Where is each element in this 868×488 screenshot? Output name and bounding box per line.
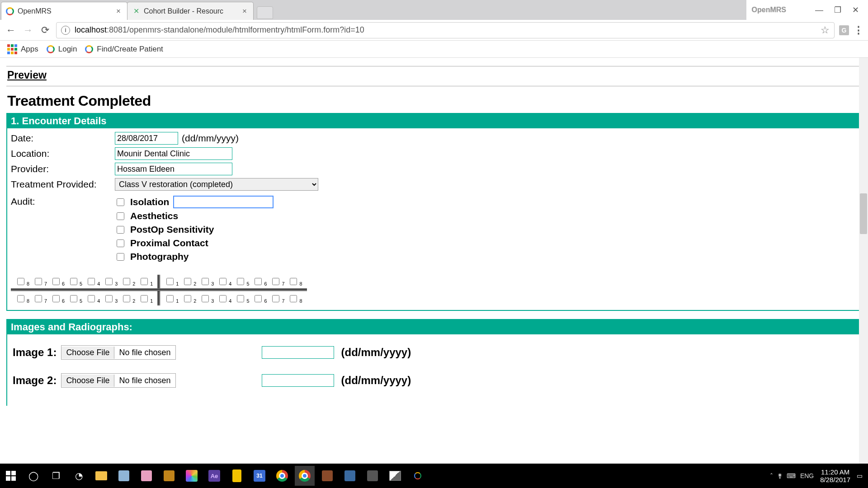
tooth-ll-2[interactable] <box>123 295 130 302</box>
task-view-icon[interactable]: ❐ <box>46 466 66 486</box>
cortana-icon[interactable]: ◯ <box>24 466 43 486</box>
tooth-lr-4[interactable] <box>219 295 226 302</box>
browser-tab-cohort[interactable]: ✕ Cohort Builder - Resourc × <box>127 2 254 20</box>
choose-file-button[interactable]: Choose File <box>61 347 114 359</box>
tooth-ll-3[interactable] <box>105 295 113 302</box>
tooth-ul-8[interactable] <box>17 278 24 285</box>
url-text: localhost:8081/openmrs-standalone/module… <box>75 25 364 35</box>
image-2-file-input[interactable]: Choose File No file chosen <box>61 373 175 388</box>
tooth-ur-4[interactable] <box>219 278 226 285</box>
audit-isolation-checkbox[interactable] <box>117 198 124 206</box>
tooth-lr-5[interactable] <box>237 295 244 302</box>
tooth-lr-8[interactable] <box>290 295 297 302</box>
system-tray[interactable]: ˄ ⚵ ⌨ ENG <box>770 472 814 479</box>
notepad-icon[interactable] <box>114 466 134 486</box>
tooth-ll-4[interactable] <box>88 295 95 302</box>
treatment-select[interactable]: Class V restoration (completed) <box>115 178 318 191</box>
app-icon[interactable] <box>408 466 428 486</box>
tooth-lr-6[interactable] <box>255 295 262 302</box>
paint-icon[interactable] <box>137 466 156 486</box>
tooth-ur-6[interactable] <box>255 278 262 285</box>
chrome-icon[interactable] <box>272 466 292 486</box>
tooth-ll-7[interactable] <box>35 295 42 302</box>
bookmark-find-patient[interactable]: Find/Create Patient <box>85 45 163 54</box>
app-icon[interactable] <box>159 466 179 486</box>
audit-proximal-checkbox[interactable] <box>117 239 124 247</box>
tooth-ur-5[interactable] <box>237 278 244 285</box>
wifi-icon[interactable]: ⚵ <box>778 472 782 479</box>
tooth-ul-4[interactable] <box>88 278 95 285</box>
forward-button[interactable]: → <box>22 24 34 37</box>
tooth-lr-7[interactable] <box>272 295 279 302</box>
browser-tab-openmrs[interactable]: OpenMRS × <box>1 2 127 20</box>
tooth-ur-3[interactable] <box>202 278 209 285</box>
tooth-lr-1[interactable] <box>166 295 174 302</box>
file-explorer-icon[interactable] <box>91 466 111 486</box>
audit-photography-checkbox[interactable] <box>117 253 124 261</box>
site-info-icon[interactable]: i <box>61 26 70 35</box>
close-icon[interactable]: × <box>114 6 123 16</box>
image-1-file-input[interactable]: Choose File No file chosen <box>61 345 175 360</box>
calendar-icon[interactable]: 31 <box>250 466 269 486</box>
chrome-menu-icon[interactable]: ⋮ <box>854 24 863 36</box>
tooth-ll-8[interactable] <box>17 295 24 302</box>
app-icon[interactable] <box>182 466 202 486</box>
tooth-ll-6[interactable] <box>52 295 60 302</box>
tooth-ur-8[interactable] <box>290 278 297 285</box>
audit-aesthetics-checkbox[interactable] <box>117 212 124 220</box>
date-format-hint: (dd/mm/yyyy) <box>341 346 411 359</box>
openmrs-icon <box>47 45 55 53</box>
keyboard-icon[interactable]: ⌨ <box>787 472 796 479</box>
app-icon[interactable] <box>317 466 337 486</box>
bookmark-star-icon[interactable]: ☆ <box>821 24 830 36</box>
date-input[interactable] <box>115 132 178 145</box>
reload-button[interactable]: ⟳ <box>39 24 52 37</box>
tooth-ur-7[interactable] <box>272 278 279 285</box>
apps-shortcut[interactable]: Apps <box>7 44 38 54</box>
omnibox[interactable]: i localhost:8081/openmrs-standalone/modu… <box>56 22 835 38</box>
new-tab-button[interactable] <box>257 6 273 19</box>
location-input[interactable] <box>115 147 232 160</box>
tooth-ul-1[interactable] <box>141 278 148 285</box>
close-window-icon[interactable]: ✕ <box>852 5 859 15</box>
tooth-ul-6[interactable] <box>52 278 60 285</box>
language-indicator[interactable]: ENG <box>800 472 814 479</box>
tooth-ll-1[interactable] <box>141 295 148 302</box>
taskbar-clock[interactable]: 11:20 AM 8/28/2017 <box>820 468 850 484</box>
provider-input[interactable] <box>115 163 232 175</box>
app-icon[interactable] <box>363 466 382 486</box>
tooth-ul-3[interactable] <box>105 278 113 285</box>
image-2-date-input[interactable] <box>262 374 334 387</box>
maximize-icon[interactable]: ❐ <box>834 5 841 15</box>
close-icon[interactable]: × <box>241 6 249 16</box>
chrome-icon[interactable] <box>295 466 315 486</box>
date-format-hint: (dd/mm/yyyy) <box>341 374 411 387</box>
image-1-date-input[interactable] <box>262 346 334 359</box>
bookmark-login[interactable]: Login <box>47 45 77 54</box>
tooth-lr-2[interactable] <box>184 295 191 302</box>
audit-postop-checkbox[interactable] <box>117 226 124 234</box>
app-icon[interactable] <box>340 466 360 486</box>
clock-app-icon[interactable]: ◔ <box>69 466 89 486</box>
action-center-icon[interactable]: ▭ <box>857 472 863 479</box>
minimize-icon[interactable]: ― <box>815 5 823 15</box>
section-header: Images and Radiographs: <box>7 320 861 334</box>
photos-icon[interactable] <box>385 466 405 486</box>
extension-icon[interactable]: G <box>839 25 849 35</box>
tooth-ur-2[interactable] <box>184 278 191 285</box>
tooth-ll-5[interactable] <box>70 295 77 302</box>
tooth-ul-2[interactable] <box>123 278 130 285</box>
tooth-ul-7[interactable] <box>35 278 42 285</box>
choose-file-button[interactable]: Choose File <box>61 375 114 387</box>
start-button[interactable] <box>1 466 21 486</box>
tooth-ul-5[interactable] <box>70 278 77 285</box>
tooth-lr-3[interactable] <box>202 295 209 302</box>
after-effects-icon[interactable]: Ae <box>204 466 224 486</box>
back-button[interactable]: ← <box>5 24 17 37</box>
audit-isolation-input[interactable] <box>174 196 273 208</box>
app-icon[interactable] <box>227 466 247 486</box>
svg-rect-1 <box>11 471 16 475</box>
tooth-ur-1[interactable] <box>166 278 174 285</box>
tray-chevron-icon[interactable]: ˄ <box>770 472 773 479</box>
no-file-label: No file chosen <box>114 375 175 387</box>
